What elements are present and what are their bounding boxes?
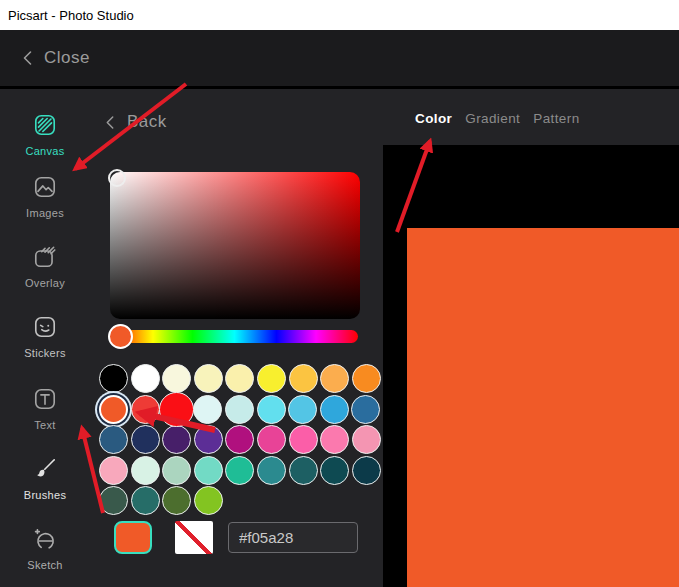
chevron-left-icon bbox=[105, 115, 115, 130]
sidebar-item-label: Sketch bbox=[0, 559, 90, 571]
tab-color[interactable]: Color bbox=[415, 111, 452, 126]
color-swatch-83c421[interactable] bbox=[194, 486, 223, 515]
color-swatch-1d5f63[interactable] bbox=[289, 456, 318, 485]
close-button[interactable]: Close bbox=[22, 48, 90, 68]
color-swatch-0c3a49[interactable] bbox=[352, 456, 381, 485]
color-swatch-0e4a52[interactable] bbox=[320, 456, 349, 485]
swatch-row bbox=[99, 395, 383, 424]
sketch-icon bbox=[32, 526, 58, 552]
tool-sidebar: CanvasImagesOverlayStickersTextBrushesSk… bbox=[0, 92, 90, 587]
canvas-viewport[interactable] bbox=[383, 145, 679, 587]
hue-slider-handle[interactable] bbox=[108, 324, 133, 349]
color-swatch-266d68[interactable] bbox=[131, 486, 160, 515]
color-swatch-53c5e5[interactable] bbox=[288, 395, 317, 424]
color-swatch-4c6e2e[interactable] bbox=[162, 486, 191, 515]
sidebar-item-canvas[interactable]: Canvas bbox=[0, 112, 90, 157]
fill-type-tabbar: ColorGradientPattern bbox=[383, 92, 679, 145]
color-swatch-f8a8bc[interactable] bbox=[99, 456, 128, 485]
color-swatch-fa0f15[interactable] bbox=[159, 392, 194, 427]
color-swatch-72dac5[interactable] bbox=[194, 456, 223, 485]
tab-pattern[interactable]: Pattern bbox=[533, 111, 579, 126]
swatch-row bbox=[99, 456, 383, 485]
no-color-chip[interactable] bbox=[175, 521, 213, 554]
color-swatch-fb5ea8[interactable] bbox=[289, 425, 318, 454]
sidebar-item-label: Brushes bbox=[0, 489, 90, 501]
sidebar-item-label: Images bbox=[0, 207, 90, 219]
hex-color-input[interactable] bbox=[228, 522, 358, 553]
current-color-chip[interactable] bbox=[114, 521, 152, 554]
back-label: Back bbox=[127, 112, 167, 132]
text-icon bbox=[32, 386, 58, 412]
color-swatch-f8ef2e[interactable] bbox=[257, 364, 286, 393]
sidebar-item-text[interactable]: Text bbox=[0, 386, 90, 431]
color-swatch-fbad4e[interactable] bbox=[320, 364, 349, 393]
sidebar-item-label: Stickers bbox=[0, 347, 90, 359]
color-swatch-abd5bf[interactable] bbox=[162, 456, 191, 485]
color-swatch-5c2e96[interactable] bbox=[194, 425, 223, 454]
sidebar-item-brushes[interactable]: Brushes bbox=[0, 456, 90, 501]
color-swatch-faf0ac[interactable] bbox=[225, 364, 254, 393]
brushes-icon bbox=[32, 456, 58, 482]
color-swatch-2b8a8f[interactable] bbox=[257, 456, 286, 485]
sidebar-item-overlay[interactable]: Overlay bbox=[0, 244, 90, 289]
canvas-icon bbox=[32, 112, 58, 138]
color-swatch-b0107e[interactable] bbox=[225, 425, 254, 454]
window-title: Picsart - Photo Studio bbox=[8, 8, 134, 23]
color-chips-row bbox=[114, 521, 358, 554]
sidebar-item-label: Text bbox=[0, 419, 90, 431]
color-swatch-e84397[interactable] bbox=[257, 425, 286, 454]
color-swatch-2a6d9e[interactable] bbox=[351, 395, 380, 424]
sidebar-item-label: Canvas bbox=[0, 145, 90, 157]
swatch-row bbox=[99, 486, 383, 515]
color-swatch-2fa7dc[interactable] bbox=[320, 395, 349, 424]
color-swatch-471f69[interactable] bbox=[162, 425, 191, 454]
canvas-area: ColorGradientPattern bbox=[383, 92, 679, 587]
color-swatch-d8f2e5[interactable] bbox=[131, 456, 160, 485]
back-button[interactable]: Back bbox=[105, 112, 167, 132]
color-swatch-39594b[interactable] bbox=[99, 486, 128, 515]
swatch-row bbox=[99, 425, 383, 454]
overlay-icon bbox=[32, 244, 58, 270]
app-header: Close bbox=[0, 30, 679, 89]
color-swatch-f05a28[interactable] bbox=[99, 395, 128, 424]
window-titlebar: Picsart - Photo Studio bbox=[0, 0, 679, 30]
color-swatch-f8f7dd[interactable] bbox=[162, 364, 191, 393]
color-swatch-fbc441[interactable] bbox=[289, 364, 318, 393]
images-icon bbox=[32, 174, 58, 200]
color-swatch-20305d[interactable] bbox=[131, 425, 160, 454]
color-swatch-000000[interactable] bbox=[99, 364, 128, 393]
color-swatch-c6ebe9[interactable] bbox=[225, 395, 254, 424]
saturation-value-picker[interactable] bbox=[110, 172, 360, 319]
color-swatch-f8f3bb[interactable] bbox=[194, 364, 223, 393]
tab-gradient[interactable]: Gradient bbox=[465, 111, 520, 126]
sidebar-item-sketch[interactable]: Sketch bbox=[0, 526, 90, 571]
color-swatch-2a5a80[interactable] bbox=[99, 425, 128, 454]
color-swatch-f495b2[interactable] bbox=[352, 425, 381, 454]
chevron-left-icon bbox=[22, 50, 33, 66]
color-swatch-62dfee[interactable] bbox=[257, 395, 286, 424]
color-swatch-ee3b36[interactable] bbox=[131, 395, 160, 424]
stickers-icon bbox=[32, 314, 58, 340]
sidebar-item-stickers[interactable]: Stickers bbox=[0, 314, 90, 359]
close-label: Close bbox=[44, 48, 90, 68]
color-swatch-ffffff[interactable] bbox=[131, 364, 160, 393]
sidebar-item-label: Overlay bbox=[0, 277, 90, 289]
sidebar-item-images[interactable]: Images bbox=[0, 174, 90, 219]
color-swatch-fb79ae[interactable] bbox=[320, 425, 349, 454]
color-swatch-1fbd96[interactable] bbox=[225, 456, 254, 485]
picker-cursor[interactable] bbox=[108, 169, 126, 187]
canvas-artboard[interactable] bbox=[407, 228, 679, 587]
swatch-row bbox=[99, 364, 383, 393]
hue-slider[interactable] bbox=[111, 330, 358, 343]
color-swatch-f88b20[interactable] bbox=[352, 364, 381, 393]
color-swatch-def5f4[interactable] bbox=[193, 395, 222, 424]
color-panel: Back bbox=[90, 92, 383, 587]
swatch-grid bbox=[99, 364, 383, 517]
